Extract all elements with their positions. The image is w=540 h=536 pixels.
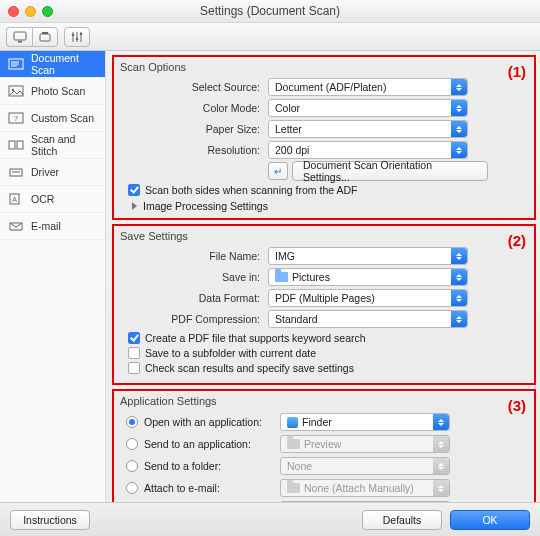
svg-rect-3 [42,32,48,34]
folder-icon [275,272,288,282]
attach-email-dropdown: None (Attach Manually) [280,479,450,497]
save-settings-title: Save Settings [120,230,528,242]
instructions-button[interactable]: Instructions [10,510,90,530]
svg-rect-2 [40,34,50,41]
scan-from-computer-icon[interactable] [6,27,32,47]
attach-to-email-radio[interactable]: Attach to e-mail: None (Attach Manually) [126,477,528,499]
color-mode-dropdown[interactable]: Color [268,99,468,117]
application-settings-panel: (3) Application Settings Open with an ap… [112,389,536,502]
select-source-label: Select Source: [120,81,268,93]
image-processing-disclosure[interactable]: Image Processing Settings [132,200,528,212]
chevron-updown-icon [451,79,467,95]
radio-icon [126,416,138,428]
sidebar-item-driver[interactable]: Driver [0,159,105,186]
sidebar-item-label: Driver [31,166,59,178]
checkbox-icon [128,347,140,359]
application-settings-title: Application Settings [120,395,528,407]
sidebar-item-custom-scan[interactable]: ? Custom Scan [0,105,105,132]
chevron-updown-icon [451,121,467,137]
mode-segment [6,27,58,47]
annotation-3: (3) [508,397,526,414]
paper-size-dropdown[interactable]: Letter [268,120,468,138]
document-scan-icon [8,58,24,70]
save-in-label: Save in: [120,271,268,283]
scan-both-sides-checkbox[interactable]: Scan both sides when scanning from the A… [128,184,528,196]
sidebar-item-label: Custom Scan [31,112,94,124]
sidebar: Document Scan Photo Scan ? Custom Scan S… [0,51,106,502]
window-title: Settings (Document Scan) [0,4,540,18]
annotation-1: (1) [508,63,526,80]
open-with-dropdown[interactable]: Finder [280,413,450,431]
svg-rect-15 [9,141,15,149]
save-settings-panel: (2) Save Settings File Name: IMG Save in… [112,224,536,385]
settings-window: Settings (Document Scan) Document Scan P… [0,0,540,536]
footer: Instructions Defaults OK [0,502,540,536]
orientation-icon[interactable]: ↵ [268,162,288,180]
chevron-updown-icon [451,142,467,158]
radio-icon [126,482,138,494]
radio-icon [126,438,138,450]
svg-point-5 [76,37,79,40]
titlebar: Settings (Document Scan) [0,0,540,23]
sidebar-item-label: E-mail [31,220,61,232]
chevron-updown-icon [451,290,467,306]
preview-icon [287,439,300,449]
sidebar-item-label: Document Scan [31,52,97,76]
scan-from-panel-icon[interactable] [32,27,58,47]
svg-rect-16 [17,141,23,149]
file-name-field[interactable]: IMG [268,247,468,265]
open-with-application-radio[interactable]: Open with an application: Finder [126,411,528,433]
sidebar-item-label: OCR [31,193,54,205]
sidebar-item-label: Scan and Stitch [31,133,97,157]
ok-button[interactable]: OK [450,510,530,530]
chevron-updown-icon [451,100,467,116]
keyword-search-checkbox[interactable]: Create a PDF file that supports keyword … [128,332,528,344]
select-source-dropdown[interactable]: Document (ADF/Platen) [268,78,468,96]
folder-icon [287,483,300,493]
chevron-updown-icon [433,458,449,474]
paper-size-label: Paper Size: [120,123,268,135]
photo-scan-icon [8,85,24,97]
subfolder-checkbox[interactable]: Save to a subfolder with current date [128,347,528,359]
save-in-dropdown[interactable]: Pictures [268,268,468,286]
send-to-folder-radio[interactable]: Send to a folder: None [126,455,528,477]
sidebar-item-photo-scan[interactable]: Photo Scan [0,78,105,105]
send-to-app-dropdown: Preview [280,435,450,453]
data-format-label: Data Format: [120,292,268,304]
sidebar-item-ocr[interactable]: A OCR [0,186,105,213]
resolution-label: Resolution: [120,144,268,156]
svg-text:A: A [12,196,17,203]
general-settings-icon[interactable] [64,27,90,47]
scan-options-title: Scan Options [120,61,528,73]
chevron-updown-icon [451,311,467,327]
send-to-application-radio[interactable]: Send to an application: Preview [126,433,528,455]
checkbox-icon [128,362,140,374]
main-content: (1) Scan Options Select Source: Document… [106,51,540,502]
resolution-dropdown[interactable]: 200 dpi [268,141,468,159]
checkbox-icon [128,184,140,196]
svg-point-6 [80,32,83,35]
finder-icon [287,417,298,428]
send-to-folder-dropdown: None [280,457,450,475]
data-format-dropdown[interactable]: PDF (Multiple Pages) [268,289,468,307]
sidebar-item-document-scan[interactable]: Document Scan [0,51,105,78]
sidebar-item-scan-and-stitch[interactable]: Scan and Stitch [0,132,105,159]
color-mode-label: Color Mode: [120,102,268,114]
check-results-checkbox[interactable]: Check scan results and specify save sett… [128,362,528,374]
svg-rect-1 [18,41,22,43]
email-icon [8,220,24,232]
defaults-button[interactable]: Defaults [362,510,442,530]
pdf-compression-dropdown[interactable]: Standard [268,310,468,328]
chevron-updown-icon [451,248,467,264]
svg-text:?: ? [14,115,18,122]
orientation-settings-button[interactable]: Document Scan Orientation Settings... [292,161,488,181]
chevron-updown-icon [433,414,449,430]
sidebar-item-email[interactable]: E-mail [0,213,105,240]
stitch-icon [8,139,24,151]
scan-options-panel: (1) Scan Options Select Source: Document… [112,55,536,220]
pdf-compression-label: PDF Compression: [120,313,268,325]
svg-rect-0 [14,32,26,40]
chevron-updown-icon [433,436,449,452]
triangle-right-icon [132,202,137,210]
sidebar-item-label: Photo Scan [31,85,85,97]
